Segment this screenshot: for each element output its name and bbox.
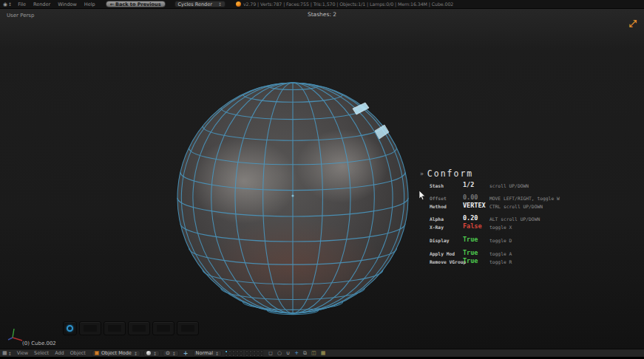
conform-row-display: Display True toggle D [420, 237, 583, 244]
chevron-updown-icon: ↕ [153, 351, 157, 356]
pivot-dropdown[interactable]: ⊙ ↕ [163, 350, 179, 357]
scene-stats: v2.79 | Verts:787 | Faces:755 | Tris:1,5… [236, 1, 453, 7]
conform-row-remove-vgroup: Remove VGroup True toggle R [420, 259, 583, 265]
proportional-edit-icon[interactable]: ○ [277, 350, 282, 356]
stash-slot-strip [63, 321, 199, 335]
chevron-updown-icon: ↕ [8, 351, 12, 356]
view-mode-label: User Persp [7, 13, 34, 18]
conform-row-xray: X-Ray False toggle X [420, 224, 583, 230]
back-button-label: Back to Previous [115, 1, 160, 7]
conform-row-method: Method VERTEX CTRL scroll UP/DOWN [420, 203, 583, 210]
back-arrow-icon: ← [110, 1, 114, 7]
opengl-render-anim-icon[interactable]: ▦ [321, 350, 326, 356]
object-origin-dot [291, 194, 294, 196]
menu-view[interactable]: View [17, 350, 28, 356]
opengl-render-icon[interactable]: ◫ [311, 350, 316, 356]
object-mode-cube-icon [95, 351, 99, 355]
top-info-bar: ◉↕ File Render Window Help ← Back to Pre… [0, 0, 644, 9]
mode-label: Object Mode [101, 350, 132, 356]
blender-window: { "topbar": { "menus": ["File", "Render"… [0, 0, 644, 359]
menu-help[interactable]: Help [84, 1, 95, 7]
expand-arrows-icon[interactable]: ⤢ [629, 18, 637, 30]
dupli-icon[interactable]: ⧉ [303, 350, 307, 356]
stash-slot-active[interactable] [63, 321, 77, 335]
chevron-updown-icon: ↕ [218, 1, 222, 7]
editor-type-icon[interactable]: ▦↕ [2, 350, 12, 356]
stash-slot[interactable] [128, 321, 150, 335]
conform-row-apply-mod: Apply Mod True toggle A [420, 250, 583, 257]
viewport-shading-icon [146, 351, 151, 355]
blender-logo-icon [236, 1, 241, 7]
menu-object[interactable]: Object [70, 350, 86, 356]
scene-stats-text: v2.79 | Verts:787 | Faces:755 | Tris:1,5… [243, 1, 453, 7]
stash-slot[interactable] [152, 321, 174, 335]
stash-slot[interactable] [79, 321, 101, 335]
editor-type-icon[interactable]: ◉↕ [3, 1, 12, 7]
chevron-updown-icon: ↕ [8, 1, 12, 7]
menu-window[interactable]: Window [58, 1, 77, 7]
stash-sphere-icon [67, 325, 73, 332]
orientation-label: Normal [196, 350, 214, 356]
chevron-updown-icon: ↕ [215, 351, 219, 356]
active-object-label: (0) Cube.002 [22, 341, 56, 346]
layers-grid-2[interactable] [245, 350, 263, 357]
back-to-previous-button[interactable]: ← Back to Previous [106, 1, 166, 7]
viewport-canvas[interactable]: Stashes: 2 User Persp ⤢ [0, 9, 644, 349]
stash-slot[interactable] [104, 321, 126, 335]
stashes-overlay-label: Stashes: 2 [0, 11, 644, 18]
manipulator-toggle[interactable]: + [182, 350, 190, 357]
conform-row-offset: Offset 0.00 MOVE LEFT/RIGHT, toggle W [420, 195, 583, 202]
manipulator-axes-icon: + [183, 350, 189, 357]
conform-operator-panel: » Conform Stash 1/2 scroll UP/DOWN Offse… [420, 168, 583, 265]
panel-arrow-icon: » [420, 171, 424, 177]
orientation-dropdown[interactable]: Normal ↕ [193, 350, 223, 357]
stash-slot[interactable] [177, 321, 199, 335]
menu-file[interactable]: File [18, 1, 26, 7]
wireframe-sphere [174, 79, 412, 317]
shading-dropdown[interactable]: ↕ [143, 350, 160, 357]
render-engine-dropdown[interactable]: Cycles Render ↕ [174, 1, 226, 7]
mode-dropdown[interactable]: Object Mode ↕ [92, 350, 140, 357]
chevron-updown-icon: ↕ [134, 351, 138, 356]
engine-label: Cycles Render [178, 1, 212, 7]
chevron-updown-icon: ↕ [172, 351, 176, 356]
pivot-point-icon: ⊙ [166, 350, 170, 356]
conform-row-alpha: Alpha 0.20 ALT scroll UP/DOWN [420, 216, 583, 222]
menu-render[interactable]: Render [33, 1, 50, 7]
menu-add[interactable]: Add [55, 350, 64, 356]
conform-panel-title: Conform [427, 168, 473, 179]
conform-row-stash: Stash 1/2 scroll UP/DOWN [420, 182, 583, 189]
mouse-cursor [418, 191, 427, 201]
viewport-header-bar: ▦↕ View Select Add Object Object Mode ↕ … [0, 349, 644, 357]
snap-element-icon[interactable]: + [294, 350, 299, 356]
snap-magnet-icon[interactable]: ∪ [286, 350, 290, 356]
layers-grid-1[interactable] [225, 350, 243, 357]
menu-select[interactable]: Select [34, 350, 49, 356]
lock-to-scene-icon[interactable]: ◻ [268, 350, 273, 356]
